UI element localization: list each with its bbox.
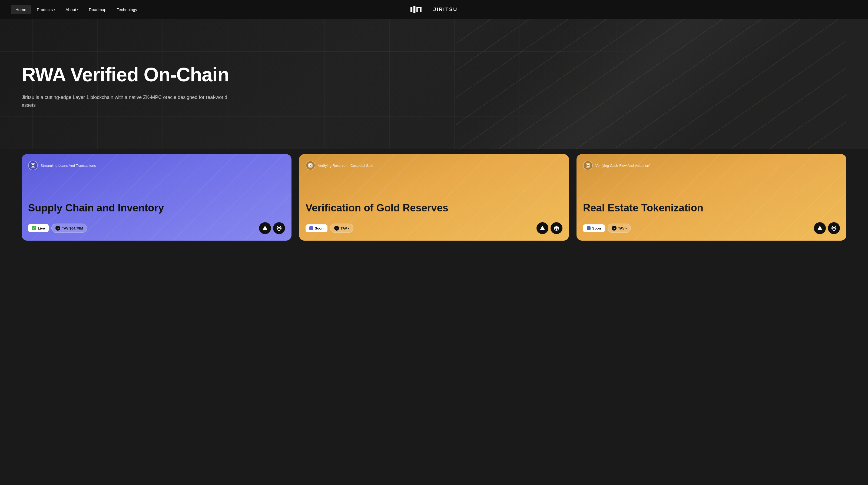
nav-about[interactable]: About ▾: [61, 5, 83, 14]
nav-technology[interactable]: Technology: [112, 5, 142, 14]
card-icon: [306, 161, 315, 170]
card-title: Verification of Gold Reserves: [306, 202, 562, 214]
arrow-icon: →: [334, 226, 339, 231]
hero-subtitle: Jiritsu is a cutting-edge Layer 1 blockc…: [22, 94, 238, 109]
hero-content: RWA Verified On-Chain Jiritsu is a cutti…: [22, 64, 265, 109]
card-footer: ✓ Live → TAV $64.79M: [28, 222, 285, 234]
svg-rect-16: [587, 164, 589, 166]
tav-badge[interactable]: → TAV -: [330, 224, 353, 233]
svg-rect-6: [32, 164, 34, 166]
card-partner-logos: [814, 222, 840, 234]
svg-rect-4: [420, 7, 422, 12]
nav-home[interactable]: Home: [11, 5, 31, 14]
svg-rect-1: [413, 6, 415, 13]
tav-badge[interactable]: → TAV -: [608, 224, 631, 233]
logo-text: JIRITSU: [433, 7, 458, 12]
status-badge-live[interactable]: ✓ Live: [28, 224, 49, 232]
status-badge-soon[interactable]: Soon: [583, 224, 605, 232]
logo-icon: [410, 6, 431, 13]
hero-section: RWA Verified On-Chain Jiritsu is a cutti…: [0, 19, 868, 149]
arrow-icon: →: [56, 226, 60, 231]
card-real-estate: Verifying Cash-Flow And Valuation" Real …: [577, 154, 846, 240]
partner-logo-b: [828, 222, 840, 234]
card-icon: [28, 161, 38, 170]
nav-links: Home Products ▾ About ▾ Roadmap Technolo…: [11, 5, 142, 14]
soon-dot-icon: [587, 226, 591, 230]
nav-products[interactable]: Products ▾: [32, 5, 60, 14]
partner-logo-b: [551, 222, 562, 234]
check-icon: ✓: [32, 226, 36, 230]
card-partner-logos: [259, 222, 285, 234]
cards-section: Streamline Loans And Transactions Supply…: [0, 149, 868, 257]
svg-rect-10: [309, 164, 312, 167]
svg-marker-7: [262, 226, 268, 230]
brand-logo[interactable]: JIRITSU: [410, 6, 458, 13]
card-header-label: Verifying Cash-Flow And Valuation": [595, 164, 650, 168]
card-icon: [583, 161, 593, 170]
chevron-down-icon: ▾: [54, 8, 55, 11]
partner-logo-a: [259, 222, 271, 234]
svg-rect-5: [31, 164, 35, 167]
svg-rect-15: [586, 164, 590, 167]
arrow-icon: →: [612, 226, 617, 231]
partner-logo-a: [536, 222, 548, 234]
card-footer: Soon → TAV -: [306, 222, 562, 234]
hero-title: RWA Verified On-Chain: [22, 64, 265, 86]
svg-rect-0: [410, 7, 412, 12]
hero-bg-shape: [391, 19, 868, 149]
card-title: Supply Chain and Inventory: [28, 202, 285, 214]
card-header: Verifying Cash-Flow And Valuation": [583, 161, 840, 170]
soon-dot-icon: [309, 226, 313, 230]
partner-logo-b: [273, 222, 285, 234]
hero-bg-decoration: [456, 19, 847, 149]
nav-roadmap[interactable]: Roadmap: [84, 5, 111, 14]
card-header: Verifying Reserve In Custodial Safe: [306, 161, 562, 170]
card-gold-reserves: Verifying Reserve In Custodial Safe Veri…: [299, 154, 569, 240]
svg-marker-12: [540, 226, 545, 230]
svg-rect-11: [309, 164, 311, 166]
partner-logo-a: [814, 222, 826, 234]
navbar: Home Products ▾ About ▾ Roadmap Technolo…: [0, 0, 868, 19]
svg-marker-17: [817, 226, 822, 230]
card-title: Real Estate Tokenization: [583, 202, 840, 214]
chevron-down-icon: ▾: [77, 8, 79, 11]
card-footer: Soon → TAV -: [583, 222, 840, 234]
card-header-label: Streamline Loans And Transactions: [40, 164, 96, 168]
card-header: Streamline Loans And Transactions: [28, 161, 285, 170]
status-badge-soon[interactable]: Soon: [306, 224, 328, 232]
card-supply-chain: Streamline Loans And Transactions Supply…: [22, 154, 291, 240]
tav-badge[interactable]: → TAV $64.79M: [51, 224, 87, 233]
card-partner-logos: [536, 222, 562, 234]
card-header-label: Verifying Reserve In Custodial Safe: [318, 164, 373, 168]
